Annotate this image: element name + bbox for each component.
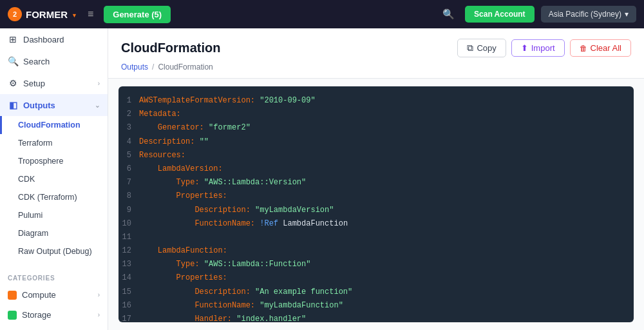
- line-number: 5: [118, 150, 139, 162]
- search-button[interactable]: 🔍: [439, 6, 459, 23]
- page-title-row: CloudFormation ⧉ Copy ⬆ Import 🗑 Clear A…: [121, 39, 631, 57]
- code-line-3: 3 Generator: "former2": [118, 121, 634, 135]
- header-actions: ⧉ Copy ⬆ Import 🗑 Clear All: [457, 39, 631, 57]
- category-label: Compute: [22, 290, 56, 300]
- sidebar-item-search[interactable]: 🔍 Search: [0, 50, 108, 72]
- line-number: 17: [118, 313, 139, 322]
- line-number: 8: [118, 190, 139, 202]
- line-number: 3: [118, 122, 139, 134]
- dashboard-icon: ⊞: [8, 34, 18, 44]
- main-content: CloudFormation ⧉ Copy ⬆ Import 🗑 Clear A…: [108, 28, 644, 330]
- top-navigation: 2 FORMER ▼ ≡ Generate (5) 🔍 Scan Account…: [0, 0, 644, 28]
- code-text: FunctionName: "myLambdaFunction": [139, 300, 343, 312]
- code-text: Handler: "index.handler": [139, 313, 306, 322]
- category-database[interactable]: Database ›: [0, 325, 108, 330]
- sidebar-subitem-diagram[interactable]: Diagram: [0, 224, 108, 242]
- copy-icon: ⧉: [467, 43, 473, 53]
- outputs-icon: ◧: [8, 100, 18, 110]
- logo-pin-icon: ▼: [71, 12, 77, 19]
- code-line-12: 12 LambdaFunction:: [118, 244, 634, 258]
- trash-icon: 🗑: [580, 44, 587, 53]
- code-text: Type: "AWS::Lambda::Version": [139, 177, 306, 189]
- menu-button[interactable]: ≡: [84, 6, 97, 23]
- storage-icon: [8, 311, 17, 320]
- logo-icon: 2: [8, 7, 22, 21]
- logo-text: FORMER: [26, 9, 68, 20]
- sidebar-item-label: Dashboard: [23, 35, 64, 44]
- line-number: 12: [118, 245, 139, 257]
- sidebar-item-dashboard[interactable]: ⊞ Dashboard: [0, 28, 108, 50]
- code-line-8: 8 Properties:: [118, 189, 634, 203]
- chevron-right-icon: ›: [98, 80, 100, 87]
- breadcrumb: Outputs / CloudFormation: [121, 63, 631, 78]
- code-text: LambdaFunction:: [139, 245, 227, 257]
- category-label: Storage: [22, 310, 52, 320]
- code-line-14: 14 Properties:: [118, 271, 634, 285]
- page-title: CloudFormation: [121, 41, 220, 55]
- sidebar-subitem-terraform[interactable]: Terraform: [0, 134, 108, 152]
- code-text: Properties:: [139, 272, 227, 284]
- sidebar-subitem-cloudformation[interactable]: CloudFormation: [0, 116, 108, 134]
- clearall-label: Clear All: [591, 43, 621, 53]
- code-line-15: 15 Description: "An example function": [118, 286, 634, 299]
- code-line-17: 17 Handler: "index.handler": [118, 313, 634, 322]
- main-layout: ⊞ Dashboard 🔍 Search ⚙ Setup › ◧ Outputs…: [0, 28, 644, 330]
- code-line-5: 5 Resources:: [118, 149, 634, 162]
- import-button[interactable]: ⬆ Import: [511, 39, 565, 57]
- code-text: AWSTemplateFormatVersion: "2010-09-09": [139, 95, 316, 107]
- compute-icon: [8, 291, 17, 300]
- sidebar-subitem-cdk-terraform[interactable]: CDK (Terraform): [0, 188, 108, 206]
- import-icon: ⬆: [521, 43, 528, 53]
- line-number: 9: [118, 204, 139, 217]
- code-text: Type: "AWS::Lambda::Function": [139, 258, 310, 271]
- breadcrumb-current: CloudFormation: [158, 63, 213, 72]
- chevron-down-icon: ⌄: [95, 102, 100, 109]
- line-number: 6: [118, 163, 139, 175]
- category-storage[interactable]: Storage ›: [0, 305, 108, 325]
- code-line-4: 4 Description: "": [118, 135, 634, 149]
- setup-icon: ⚙: [8, 78, 18, 88]
- sidebar-item-setup[interactable]: ⚙ Setup ›: [0, 72, 108, 94]
- region-label: Asia Pacific (Sydney): [549, 10, 621, 19]
- code-editor[interactable]: 1 AWSTemplateFormatVersion: "2010-09-09"…: [118, 86, 634, 322]
- code-text: [139, 231, 144, 244]
- breadcrumb-outputs-link[interactable]: Outputs: [121, 63, 148, 72]
- code-line-1: 1 AWSTemplateFormatVersion: "2010-09-09": [118, 94, 634, 108]
- copy-button[interactable]: ⧉ Copy: [457, 39, 506, 57]
- scan-account-button[interactable]: Scan Account: [465, 6, 535, 23]
- line-number: 11: [118, 231, 139, 244]
- line-number: 7: [118, 177, 139, 189]
- line-number: 13: [118, 258, 139, 271]
- code-text: Metadata:: [139, 108, 181, 121]
- code-text: Generator: "former2": [139, 122, 251, 134]
- chevron-right-icon: ›: [98, 311, 100, 318]
- line-number: 10: [118, 218, 139, 230]
- code-line-2: 2 Metadata:: [118, 108, 634, 121]
- logo: 2 FORMER ▼: [8, 7, 77, 21]
- category-compute[interactable]: Compute ›: [0, 285, 108, 305]
- code-line-6: 6 LambdaVersion:: [118, 162, 634, 176]
- line-number: 4: [118, 136, 139, 148]
- code-line-11: 11: [118, 231, 634, 244]
- sidebar-item-outputs[interactable]: ◧ Outputs ⌄: [0, 94, 108, 116]
- line-number: 16: [118, 300, 139, 312]
- sidebar-subitem-troposphere[interactable]: Troposphere: [0, 152, 108, 170]
- sidebar: ⊞ Dashboard 🔍 Search ⚙ Setup › ◧ Outputs…: [0, 28, 108, 330]
- region-selector[interactable]: Asia Pacific (Sydney) ▾: [541, 6, 636, 23]
- sidebar-item-label: Setup: [23, 79, 45, 88]
- code-line-9: 9 Description: "myLambdaVersion": [118, 204, 634, 217]
- region-chevron-icon: ▾: [625, 10, 629, 19]
- sidebar-subitem-raw-output[interactable]: Raw Output (Debug): [0, 242, 108, 260]
- sidebar-subitem-cdk[interactable]: CDK: [0, 170, 108, 188]
- copy-label: Copy: [477, 43, 496, 53]
- sidebar-subitem-pulumi[interactable]: Pulumi: [0, 206, 108, 224]
- generate-button[interactable]: Generate (5): [104, 6, 171, 23]
- search-icon: 🔍: [8, 56, 18, 66]
- code-text: Description: "": [139, 136, 209, 148]
- code-text: LambdaVersion:: [139, 163, 223, 175]
- code-text: FunctionName: !Ref LambdaFunction: [139, 218, 348, 230]
- code-line-7: 7 Type: "AWS::Lambda::Version": [118, 176, 634, 189]
- import-label: Import: [531, 43, 555, 53]
- clear-all-button[interactable]: 🗑 Clear All: [570, 39, 631, 57]
- categories-label: CATEGORIES: [0, 268, 108, 285]
